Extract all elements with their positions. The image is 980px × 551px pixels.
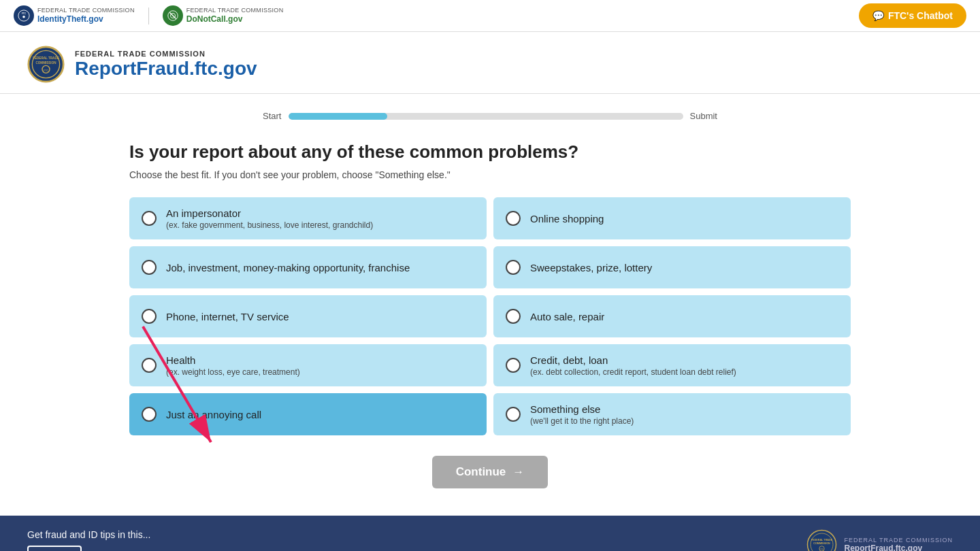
arrow-right-icon: → [512, 465, 524, 479]
radio-phone-internet [142, 309, 157, 324]
chatbot-label: FTC's Chatbot [888, 10, 953, 21]
ftc-seal-main: FEDERAL TRADE COMMISSION FTC [27, 46, 65, 83]
donotcall-text: FEDERAL TRADE COMMISSION DoNotCall.gov [186, 7, 284, 24]
radio-auto-sale [506, 309, 521, 324]
site-header: FEDERAL TRADE COMMISSION FTC FEDERAL TRA… [0, 32, 980, 94]
footer-signup-button[interactable]: Sign up [27, 546, 82, 551]
footer-title-block: FEDERAL TRADE COMMISSION ReportFraud.ftc… [844, 537, 953, 552]
agency-name: FEDERAL TRADE COMMISSION [75, 50, 257, 58]
footer: Get fraud and ID tips in this... Sign up… [0, 516, 980, 551]
option-something-else[interactable]: Something else (we'll get it to the righ… [493, 393, 851, 435]
ftc-seal-small-2 [163, 5, 183, 26]
continue-label: Continue [456, 465, 506, 479]
radio-credit-debt [506, 358, 521, 373]
site-title-block: FEDERAL TRADE COMMISSION ReportFraud.ftc… [75, 50, 257, 80]
option-something-else-label: Something else (we'll get it to the righ… [530, 403, 634, 426]
donotcall-agency: FEDERAL TRADE COMMISSION [186, 7, 284, 14]
svg-point-2 [22, 16, 25, 18]
progress-bar-container: Start Submit [0, 94, 980, 135]
option-credit-label: Credit, debt, loan (ex. debt collection,… [530, 354, 736, 377]
logo-divider [148, 7, 149, 24]
button-row: Continue → [129, 456, 851, 488]
site-title: ReportFraud.ftc.gov [75, 58, 257, 80]
identity-theft-agency: FEDERAL TRADE COMMISSION [37, 7, 135, 14]
options-wrapper: An impersonator (ex. fake government, bu… [129, 197, 851, 435]
footer-right: FEDERAL TRADE COMMISSION FTC FEDERAL TRA… [806, 529, 953, 551]
svg-text:FEDERAL TRADE: FEDERAL TRADE [33, 56, 59, 60]
option-annoying-call[interactable]: Just an annoying call [129, 393, 487, 435]
radio-job-investment [142, 260, 157, 275]
svg-text:COMMISSION: COMMISSION [814, 542, 831, 545]
option-annoying-label: Just an annoying call [166, 409, 261, 420]
progress-start-label: Start [263, 111, 281, 121]
continue-button[interactable]: Continue → [432, 456, 549, 488]
option-phone-internet[interactable]: Phone, internet, TV service [129, 295, 487, 337]
footer-ftc-label: FEDERAL TRADE COMMISSION [844, 537, 953, 544]
radio-sweepstakes [506, 260, 521, 275]
option-sweepstakes-label: Sweepstakes, prize, lottery [530, 262, 652, 273]
top-nav: FTC FEDERAL TRADE COMMISSION IdentityThe… [0, 0, 980, 32]
footer-ftc-seal: FEDERAL TRADE COMMISSION FTC [806, 529, 837, 551]
svg-text:FEDERAL TRADE: FEDERAL TRADE [811, 539, 833, 541]
identity-theft-text: FEDERAL TRADE COMMISSION IdentityTheft.g… [37, 7, 135, 24]
top-nav-logos: FTC FEDERAL TRADE COMMISSION IdentityThe… [14, 5, 283, 26]
option-health-label: Health (ex. weight loss, eye care, treat… [166, 354, 300, 377]
option-job-investment[interactable]: Job, investment, money-making opportunit… [129, 246, 487, 288]
identity-theft-logo[interactable]: FTC FEDERAL TRADE COMMISSION IdentityThe… [14, 5, 135, 26]
option-credit-debt[interactable]: Credit, debt, loan (ex. debt collection,… [493, 344, 851, 386]
option-impersonator[interactable]: An impersonator (ex. fake government, bu… [129, 197, 487, 239]
ftc-seal-small-1: FTC [14, 5, 34, 26]
chatbot-button[interactable]: 💬 FTC's Chatbot [859, 3, 966, 28]
option-job-label: Job, investment, money-making opportunit… [166, 262, 410, 273]
svg-text:COMMISSION: COMMISSION [35, 61, 56, 65]
chat-icon: 💬 [872, 10, 884, 21]
progress-bar [289, 113, 683, 120]
option-impersonator-label: An impersonator (ex. fake government, bu… [166, 207, 373, 230]
progress-fill [289, 113, 387, 120]
footer-left: Get fraud and ID tips in this... Sign up [27, 529, 150, 551]
radio-something-else [506, 407, 521, 422]
donotcall-logo[interactable]: FEDERAL TRADE COMMISSION DoNotCall.gov [163, 5, 284, 26]
question-subtitle: Choose the best fit. If you don't see yo… [129, 169, 851, 180]
footer-ftc-name: ReportFraud.ftc.gov [844, 544, 953, 552]
radio-online-shopping [506, 211, 521, 226]
option-online-shopping[interactable]: Online shopping [493, 197, 851, 239]
radio-health [142, 358, 157, 373]
footer-signup-text: Get fraud and ID tips in this... [27, 529, 150, 540]
radio-annoying-call [142, 407, 157, 422]
svg-text:FTC: FTC [44, 69, 48, 72]
question-title: Is your report about any of these common… [129, 141, 851, 163]
option-phone-label: Phone, internet, TV service [166, 311, 289, 322]
option-health[interactable]: Health (ex. weight loss, eye care, treat… [129, 344, 487, 386]
svg-text:FTC: FTC [820, 548, 825, 551]
donotcall-site: DoNotCall.gov [186, 14, 284, 24]
radio-impersonator [142, 211, 157, 226]
option-auto-label: Auto sale, repair [530, 311, 604, 322]
option-sweepstakes[interactable]: Sweepstakes, prize, lottery [493, 246, 851, 288]
options-grid: An impersonator (ex. fake government, bu… [129, 197, 851, 435]
option-auto-sale[interactable]: Auto sale, repair [493, 295, 851, 337]
progress-submit-label: Submit [690, 111, 717, 121]
identity-theft-site: IdentityTheft.gov [37, 14, 135, 24]
main-content: Is your report about any of these common… [102, 135, 878, 516]
option-online-shopping-label: Online shopping [530, 213, 604, 224]
svg-text:FTC: FTC [22, 12, 27, 15]
